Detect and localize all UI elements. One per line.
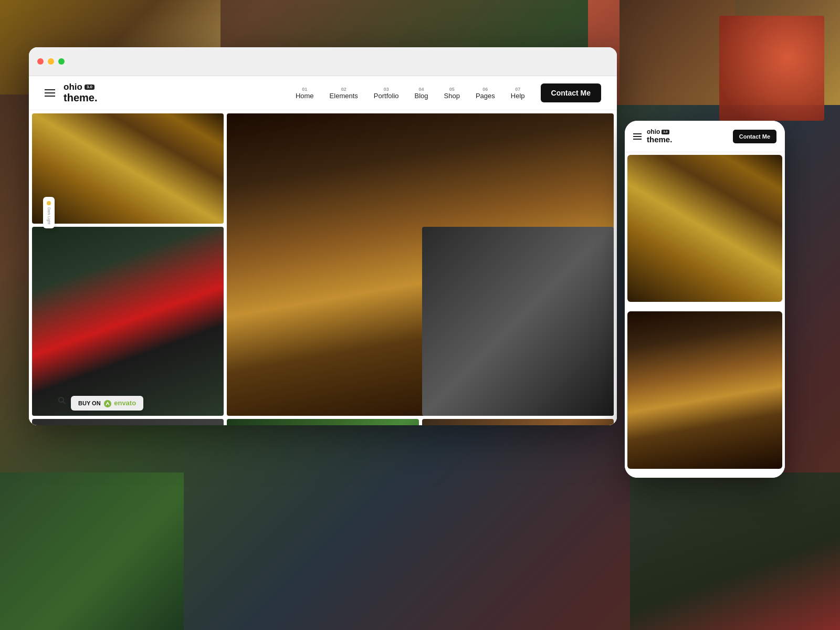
nav-blog[interactable]: 04 Blog — [415, 87, 428, 100]
contact-me-button-mobile[interactable]: Contact Me — [733, 130, 776, 143]
svg-point-0 — [104, 400, 111, 407]
envato-icon — [104, 400, 111, 407]
mobile-logo-ohio: ohio 3.0 — [647, 129, 733, 135]
hamburger-line-1 — [45, 89, 55, 90]
browser-dot-expand[interactable] — [58, 58, 65, 65]
browser-dot-close[interactable] — [37, 58, 44, 65]
desktop-browser-mockup: ohio 3.0 theme. 01 Home 02 Elements 03 — [29, 47, 617, 425]
nav-shop[interactable]: 05 Shop — [444, 87, 460, 100]
logo-theme-text: theme. — [64, 92, 97, 103]
logo-version-badge: 3.0 — [85, 85, 94, 90]
mobile-navigation: ohio 3.0 theme. Contact Me — [625, 121, 785, 152]
mobile-browser-mockup: ohio 3.0 theme. Contact Me — [625, 121, 785, 478]
envato-brand: envato — [104, 399, 136, 407]
desktop-site-content: ohio 3.0 theme. 01 Home 02 Elements 03 — [29, 76, 617, 425]
search-svg — [58, 396, 66, 405]
mobile-gallery — [625, 152, 785, 478]
svg-point-1 — [59, 397, 64, 402]
nav-portfolio[interactable]: 03 Portfolio — [374, 87, 399, 100]
hamburger-line-3 — [45, 96, 55, 97]
site-navigation: ohio 3.0 theme. 01 Home 02 Elements 03 — [29, 76, 617, 110]
photo-food-spread-img — [32, 113, 224, 224]
hamburger-menu[interactable] — [45, 89, 55, 97]
light-label: Light — [47, 216, 51, 224]
mobile-hamburger-line-2 — [633, 136, 642, 137]
nav-pages[interactable]: 06 Pages — [476, 87, 495, 100]
bg-redlegs-bottomright — [630, 472, 840, 630]
envato-badge[interactable]: BUY ON envato — [71, 396, 143, 411]
envato-prefix: BUY ON — [78, 400, 101, 406]
bg-leaves-bottomleft — [0, 472, 184, 630]
photo-stone-img — [422, 227, 614, 416]
nav-home[interactable]: 01 Home — [296, 87, 314, 100]
nav-links: 01 Home 02 Elements 03 Portfolio 04 Blog… — [296, 87, 525, 100]
mobile-photo-woman — [627, 311, 782, 469]
gallery-extra1 — [32, 419, 224, 425]
logo[interactable]: ohio 3.0 theme. — [64, 82, 97, 104]
hamburger-line-2 — [45, 92, 55, 93]
photo-leaves-img — [227, 419, 418, 425]
nav-help[interactable]: 07 Help — [511, 87, 525, 100]
mobile-gallery-woman — [627, 311, 782, 469]
gallery-leaves — [227, 419, 418, 425]
gallery-extra2-img — [422, 419, 614, 425]
contact-me-button-desktop[interactable]: Contact Me — [541, 83, 601, 102]
toggle-dot — [47, 201, 51, 205]
mobile-logo-theme: theme. — [647, 135, 733, 144]
gallery-extra1-img — [32, 419, 224, 425]
search-icon-gallery[interactable] — [58, 396, 66, 406]
gallery-extra2 — [422, 419, 614, 425]
browser-chrome — [29, 47, 617, 76]
mobile-hamburger-menu[interactable] — [633, 133, 642, 140]
gallery-food-spread — [32, 113, 224, 224]
mobile-logo[interactable]: ohio 3.0 theme. — [647, 129, 733, 144]
logo-ohio: ohio 3.0 — [64, 82, 97, 92]
gallery-red-legs — [32, 227, 224, 416]
mobile-hamburger-line-3 — [633, 139, 642, 140]
svg-line-2 — [63, 402, 65, 404]
mobile-photo-food — [627, 155, 782, 302]
theme-toggle-sidebar[interactable]: Dark Light — [43, 197, 55, 228]
mobile-gallery-food — [627, 155, 782, 302]
dark-label: Dark — [47, 207, 51, 215]
mobile-logo-badge: 3.0 — [662, 130, 669, 134]
bg-cup-topright — [719, 16, 824, 121]
gallery-grid — [29, 110, 617, 425]
mobile-hamburger-line-1 — [633, 133, 642, 134]
photo-red-legs-img — [32, 227, 224, 416]
nav-elements[interactable]: 02 Elements — [330, 87, 358, 100]
gallery-stone — [422, 227, 614, 416]
logo-theme: theme. — [64, 92, 97, 103]
browser-dot-minimize[interactable] — [48, 58, 54, 65]
